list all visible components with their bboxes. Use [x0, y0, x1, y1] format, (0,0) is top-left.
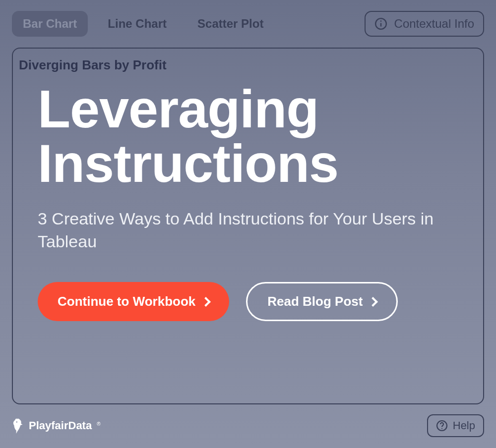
- card-title: Diverging Bars by Profit: [19, 57, 458, 73]
- brand-logo: PlayfairData ®: [12, 418, 101, 434]
- overlay-card: Diverging Bars by Profit Leveraging Inst…: [12, 48, 484, 404]
- hero-heading: Leveraging Instructions: [38, 82, 458, 191]
- svg-point-2: [380, 20, 381, 22]
- brand-name: PlayfairData: [29, 419, 92, 432]
- help-label: Help: [453, 419, 475, 432]
- read-blog-button[interactable]: Read Blog Post: [246, 282, 398, 321]
- help-button[interactable]: Help: [427, 414, 484, 437]
- chevron-right-icon: [201, 297, 211, 307]
- contextual-info-label: Contextual Info: [394, 17, 474, 31]
- footer: PlayfairData ® Help: [12, 414, 484, 437]
- contextual-info-button[interactable]: Contextual Info: [365, 11, 484, 37]
- help-icon: [436, 420, 448, 432]
- bird-icon: [12, 418, 25, 434]
- hero-subheading: 3 Creative Ways to Add Instructions for …: [38, 208, 444, 253]
- continue-button-label: Continue to Workbook: [58, 294, 195, 309]
- info-icon: [374, 17, 387, 30]
- tab-bar-chart[interactable]: Bar Chart: [12, 11, 88, 37]
- cta-row: Continue to Workbook Read Blog Post: [38, 282, 458, 321]
- chevron-right-icon: [369, 297, 378, 307]
- read-blog-button-label: Read Blog Post: [267, 294, 363, 309]
- svg-point-3: [16, 421, 18, 423]
- svg-point-5: [441, 428, 442, 429]
- trademark-icon: ®: [97, 421, 100, 427]
- tab-line-chart[interactable]: Line Chart: [97, 11, 178, 37]
- tab-scatter-plot[interactable]: Scatter Plot: [186, 11, 274, 37]
- continue-button[interactable]: Continue to Workbook: [38, 282, 229, 321]
- chart-type-tabs: Bar Chart Line Chart Scatter Plot Contex…: [12, 11, 484, 37]
